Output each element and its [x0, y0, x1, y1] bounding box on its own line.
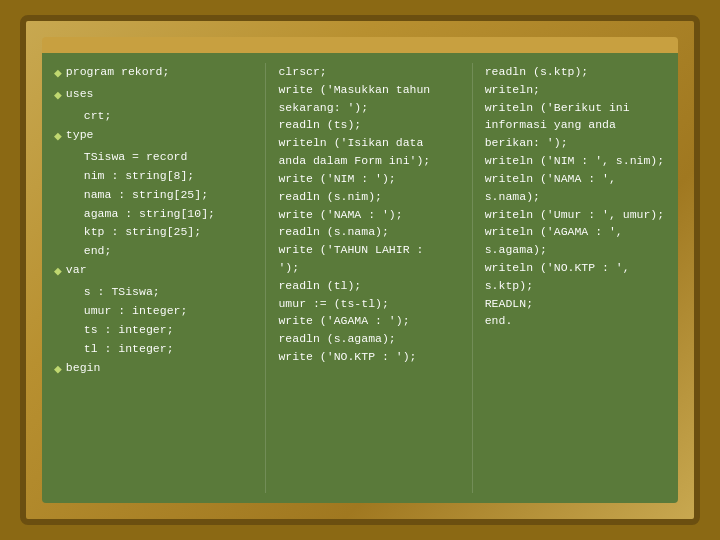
- code-line: readln (ts);: [278, 116, 459, 134]
- list-item: ktp : string[25];: [54, 223, 253, 241]
- code-line: informasi yang anda: [485, 116, 666, 134]
- code-line: end.: [485, 312, 666, 330]
- code-line: tl : integer;: [70, 340, 174, 358]
- bullet-icon: ◆: [54, 64, 62, 84]
- list-item: end;: [54, 242, 253, 260]
- main-frame: ◆program rekord;◆uses crt;◆type TSiswa =…: [20, 15, 700, 525]
- list-item: ts : integer;: [54, 321, 253, 339]
- list-item: ◆var: [54, 261, 253, 282]
- code-line: clrscr;: [278, 63, 459, 81]
- divider-2: [472, 63, 473, 493]
- code-line: anda dalam Form ini');: [278, 152, 459, 170]
- code-line: umur : integer;: [70, 302, 187, 320]
- code-line: readln (s.nama);: [278, 223, 459, 241]
- code-line: begin: [66, 359, 101, 377]
- code-line: crt;: [70, 107, 111, 125]
- list-item: ◆begin: [54, 359, 253, 380]
- list-item: ◆uses: [54, 85, 253, 106]
- code-line: program rekord;: [66, 63, 170, 81]
- divider-1: [265, 63, 266, 493]
- code-line: end;: [70, 242, 111, 260]
- code-line: s.nama);: [485, 188, 666, 206]
- code-line: readln (s.nim);: [278, 188, 459, 206]
- code-line: s.ktp);: [485, 277, 666, 295]
- code-line: write ('Masukkan tahun: [278, 81, 459, 99]
- code-line: agama : string[10];: [70, 205, 215, 223]
- code-line: nama : string[25];: [70, 186, 208, 204]
- code-line: sekarang: ');: [278, 99, 459, 117]
- list-item: tl : integer;: [54, 340, 253, 358]
- code-line: writeln ('Isikan data: [278, 134, 459, 152]
- code-line: readln (tl);: [278, 277, 459, 295]
- code-column-2: clrscr;write ('Masukkan tahunsekarang: '…: [270, 63, 467, 493]
- list-item: s : TSiswa;: [54, 283, 253, 301]
- code-column-3: readln (s.ktp);writeln;writeln ('Berikut…: [477, 63, 666, 493]
- list-item: agama : string[10];: [54, 205, 253, 223]
- code-line: write ('NO.KTP : ');: [278, 348, 459, 366]
- bullet-icon: ◆: [54, 360, 62, 380]
- code-line: s.agama);: [485, 241, 666, 259]
- code-line: type: [66, 126, 94, 144]
- list-item: ◆type: [54, 126, 253, 147]
- list-item: ◆program rekord;: [54, 63, 253, 84]
- code-line: TSiswa = record: [70, 148, 187, 166]
- code-line: ');: [278, 259, 459, 277]
- content-area: ◆program rekord;◆uses crt;◆type TSiswa =…: [42, 53, 678, 503]
- code-line: write ('TAHUN LAHIR :: [278, 241, 459, 259]
- code-line: berikan: ');: [485, 134, 666, 152]
- code-line: readln (s.agama);: [278, 330, 459, 348]
- code-column-1: ◆program rekord;◆uses crt;◆type TSiswa =…: [54, 63, 261, 493]
- bullet-icon: ◆: [54, 86, 62, 106]
- code-line: writeln ('AGAMA : ',: [485, 223, 666, 241]
- bullet-icon: ◆: [54, 127, 62, 147]
- code-line: writeln ('NIM : ', s.nim);: [485, 152, 666, 170]
- title-bar: [42, 37, 678, 53]
- list-item: nim : string[8];: [54, 167, 253, 185]
- code-line: write ('AGAMA : ');: [278, 312, 459, 330]
- code-line: writeln ('Umur : ', umur);: [485, 206, 666, 224]
- code-line: writeln ('NO.KTP : ',: [485, 259, 666, 277]
- code-line: ts : integer;: [70, 321, 174, 339]
- code-line: s : TSiswa;: [70, 283, 160, 301]
- list-item: TSiswa = record: [54, 148, 253, 166]
- code-line: var: [66, 261, 87, 279]
- code-line: uses: [66, 85, 94, 103]
- code-line: READLN;: [485, 295, 666, 313]
- code-line: write ('NIM : ');: [278, 170, 459, 188]
- code-line: writeln ('Berikut ini: [485, 99, 666, 117]
- code-line: ktp : string[25];: [70, 223, 201, 241]
- code-line: writeln;: [485, 81, 666, 99]
- list-item: crt;: [54, 107, 253, 125]
- code-line: readln (s.ktp);: [485, 63, 666, 81]
- list-item: umur : integer;: [54, 302, 253, 320]
- code-line: writeln ('NAMA : ',: [485, 170, 666, 188]
- code-line: write ('NAMA : ');: [278, 206, 459, 224]
- code-line: umur := (ts-tl);: [278, 295, 459, 313]
- list-item: nama : string[25];: [54, 186, 253, 204]
- code-line: nim : string[8];: [70, 167, 194, 185]
- bullet-icon: ◆: [54, 262, 62, 282]
